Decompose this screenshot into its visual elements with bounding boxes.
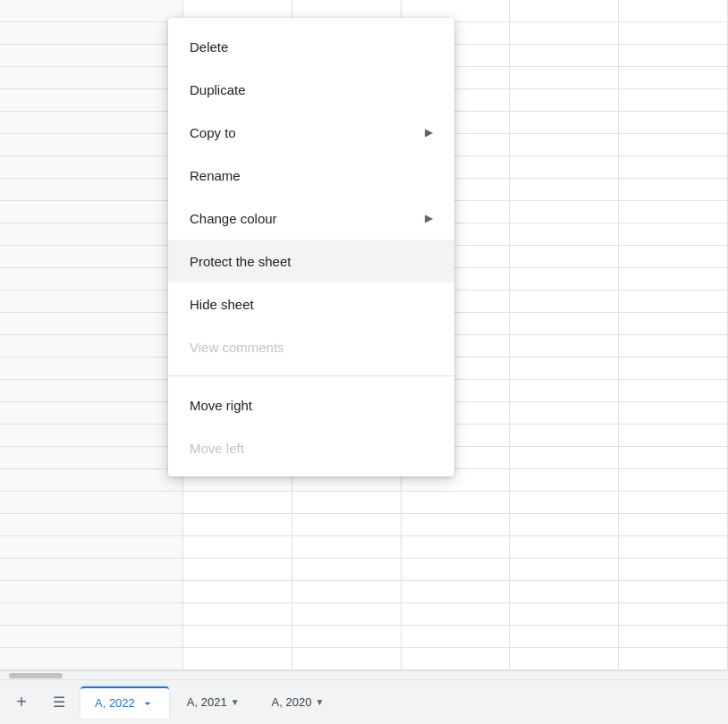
grid-cell[interactable] <box>183 536 292 558</box>
grid-cell[interactable] <box>183 514 292 535</box>
grid-cell[interactable] <box>183 626 292 647</box>
grid-cell[interactable] <box>510 290 619 312</box>
grid-cell[interactable] <box>402 603 511 625</box>
menu-item-hide-sheet[interactable]: Hide sheet <box>168 282 454 325</box>
horizontal-scrollbar[interactable] <box>0 670 728 679</box>
grid-cell[interactable] <box>510 469 619 491</box>
menu-item-protect-sheet[interactable]: Protect the sheet <box>168 240 454 282</box>
grid-cell[interactable] <box>619 559 728 580</box>
grid-cell[interactable] <box>619 156 728 178</box>
grid-cell[interactable] <box>619 358 728 379</box>
grid-cell[interactable] <box>619 22 728 44</box>
grid-cell[interactable] <box>0 0 183 21</box>
grid-cell[interactable] <box>510 492 619 513</box>
add-sheet-button[interactable]: + <box>4 685 39 720</box>
grid-cell[interactable] <box>0 156 183 178</box>
menu-item-move-right[interactable]: Move right <box>168 383 454 426</box>
grid-cell[interactable] <box>292 536 402 558</box>
scrollbar-thumb[interactable] <box>9 673 63 678</box>
grid-cell[interactable] <box>292 514 402 535</box>
grid-cell[interactable] <box>510 201 619 223</box>
grid-cell[interactable] <box>0 201 183 223</box>
grid-cell[interactable] <box>619 89 728 111</box>
grid-cell[interactable] <box>619 290 728 312</box>
grid-cell[interactable] <box>510 402 619 424</box>
grid-cell[interactable] <box>0 447 183 468</box>
grid-cell[interactable] <box>510 0 619 21</box>
grid-cell[interactable] <box>402 626 511 647</box>
tab-a-2022-dropdown[interactable] <box>140 696 155 711</box>
grid-cell[interactable] <box>510 425 619 446</box>
grid-cell[interactable] <box>510 179 619 200</box>
grid-cell[interactable] <box>619 581 728 602</box>
grid-cell[interactable] <box>619 626 728 647</box>
grid-cell[interactable] <box>510 536 619 558</box>
grid-cell[interactable] <box>510 112 619 133</box>
grid-cell[interactable] <box>0 22 183 44</box>
grid-cell[interactable] <box>0 89 183 111</box>
grid-cell[interactable] <box>0 492 183 513</box>
menu-item-copy-to[interactable]: Copy to▶ <box>168 111 454 154</box>
grid-cell[interactable] <box>619 45 728 66</box>
menu-item-change-colour[interactable]: Change colour▶ <box>168 197 454 240</box>
grid-cell[interactable] <box>292 492 402 513</box>
grid-cell[interactable] <box>619 402 728 424</box>
grid-cell[interactable] <box>510 67 619 88</box>
grid-cell[interactable] <box>402 492 511 513</box>
grid-cell[interactable] <box>183 581 292 602</box>
grid-cell[interactable] <box>510 89 619 111</box>
grid-cell[interactable] <box>0 45 183 66</box>
grid-cell[interactable] <box>619 223 728 245</box>
grid-cell[interactable] <box>402 536 511 558</box>
grid-cell[interactable] <box>0 134 183 156</box>
grid-cell[interactable] <box>0 514 183 535</box>
grid-cell[interactable] <box>510 335 619 357</box>
grid-cell[interactable] <box>183 559 292 580</box>
grid-cell[interactable] <box>619 380 728 401</box>
grid-cell[interactable] <box>292 581 402 602</box>
grid-cell[interactable] <box>510 134 619 156</box>
menu-item-rename[interactable]: Rename <box>168 154 454 197</box>
grid-cell[interactable] <box>510 45 619 66</box>
grid-cell[interactable] <box>510 514 619 535</box>
grid-cell[interactable] <box>0 268 183 290</box>
grid-cell[interactable] <box>0 179 183 200</box>
grid-cell[interactable] <box>619 134 728 156</box>
grid-cell[interactable] <box>0 648 183 669</box>
grid-cell[interactable] <box>0 380 183 401</box>
menu-item-duplicate[interactable]: Duplicate <box>168 68 454 111</box>
grid-cell[interactable] <box>619 335 728 357</box>
grid-cell[interactable] <box>619 0 728 21</box>
grid-cell[interactable] <box>183 648 292 669</box>
grid-cell[interactable] <box>510 603 619 625</box>
grid-cell[interactable] <box>510 22 619 44</box>
menu-item-delete[interactable]: Delete <box>168 25 454 68</box>
grid-cell[interactable] <box>510 380 619 401</box>
grid-cell[interactable] <box>0 335 183 357</box>
grid-cell[interactable] <box>292 648 402 669</box>
grid-cell[interactable] <box>292 603 402 625</box>
grid-cell[interactable] <box>0 290 183 312</box>
grid-cell[interactable] <box>619 67 728 88</box>
grid-cell[interactable] <box>0 67 183 88</box>
grid-cell[interactable] <box>0 223 183 245</box>
grid-cell[interactable] <box>0 603 183 625</box>
grid-cell[interactable] <box>510 268 619 290</box>
grid-cell[interactable] <box>0 358 183 379</box>
grid-cell[interactable] <box>619 112 728 133</box>
grid-cell[interactable] <box>292 626 402 647</box>
grid-cell[interactable] <box>183 603 292 625</box>
tab-a-2022[interactable]: A, 2022 <box>80 686 169 719</box>
grid-cell[interactable] <box>0 112 183 133</box>
grid-cell[interactable] <box>510 626 619 647</box>
grid-cell[interactable] <box>619 313 728 334</box>
grid-cell[interactable] <box>619 648 728 669</box>
tab-a-2021[interactable]: A, 2021 ▼ <box>173 686 254 719</box>
grid-cell[interactable] <box>0 402 183 424</box>
grid-cell[interactable] <box>0 469 183 491</box>
grid-cell[interactable] <box>402 559 511 580</box>
grid-cell[interactable] <box>0 425 183 446</box>
grid-cell[interactable] <box>619 469 728 491</box>
grid-cell[interactable] <box>0 626 183 647</box>
grid-cell[interactable] <box>402 514 511 535</box>
